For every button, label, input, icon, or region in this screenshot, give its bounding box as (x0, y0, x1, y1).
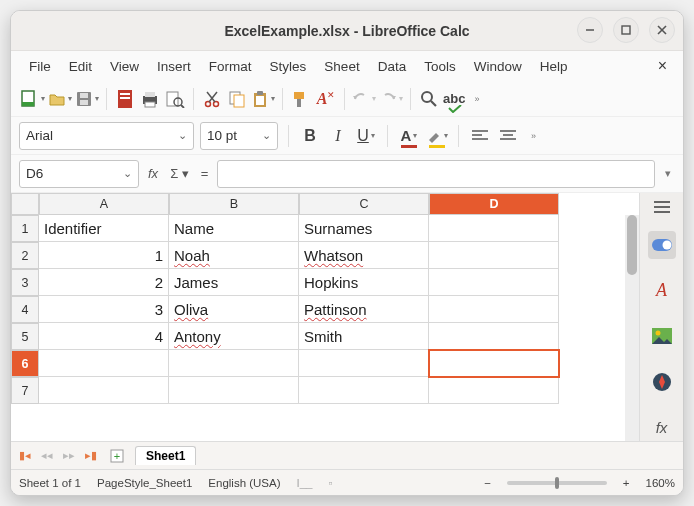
maximize-button[interactable] (613, 17, 639, 43)
select-all-corner[interactable] (11, 193, 39, 215)
close-document-icon[interactable]: × (652, 57, 673, 75)
menu-data[interactable]: Data (370, 55, 415, 78)
cell[interactable] (429, 215, 559, 242)
cell[interactable]: Pattinson (299, 296, 429, 323)
cell[interactable] (39, 377, 169, 404)
new-button[interactable] (19, 86, 45, 112)
open-button[interactable] (48, 86, 72, 112)
sheet-tab[interactable]: Sheet1 (135, 446, 196, 465)
function-wizard-icon[interactable]: fx (145, 166, 161, 181)
col-header-c[interactable]: C (299, 193, 429, 215)
menu-edit[interactable]: Edit (61, 55, 100, 78)
vertical-scrollbar[interactable] (625, 215, 639, 441)
bold-button[interactable]: B (299, 123, 321, 149)
underline-button[interactable]: U (355, 123, 377, 149)
cell[interactable] (299, 377, 429, 404)
pdf-export-button[interactable] (114, 86, 136, 112)
cell-grid[interactable]: A B C D 1 Identifier Name Surnames 2 1 N… (11, 193, 639, 404)
formula-icon[interactable]: = (198, 166, 212, 181)
styles-panel-icon[interactable]: A (648, 277, 676, 305)
zoom-out-icon[interactable]: − (484, 477, 491, 489)
menu-sheet[interactable]: Sheet (316, 55, 367, 78)
undo-button[interactable] (352, 86, 376, 112)
row-header[interactable]: 6 (11, 350, 39, 377)
zoom-slider[interactable] (507, 481, 607, 485)
row-header[interactable]: 2 (11, 242, 39, 269)
menu-window[interactable]: Window (466, 55, 530, 78)
cell[interactable] (169, 377, 299, 404)
add-sheet-icon[interactable]: + (105, 448, 129, 464)
save-button[interactable] (75, 86, 99, 112)
cell[interactable]: Surnames (299, 215, 429, 242)
cell[interactable]: Smith (299, 323, 429, 350)
menu-file[interactable]: File (21, 55, 59, 78)
font-color-button[interactable]: A (398, 123, 420, 149)
close-button[interactable] (649, 17, 675, 43)
highlight-color-button[interactable] (426, 123, 448, 149)
font-size-combo[interactable]: 10 pt⌄ (200, 122, 278, 150)
minimize-button[interactable] (577, 17, 603, 43)
cell[interactable]: Identifier (39, 215, 169, 242)
menu-format[interactable]: Format (201, 55, 260, 78)
formula-expand-icon[interactable]: ▾ (661, 167, 675, 180)
menu-insert[interactable]: Insert (149, 55, 199, 78)
font-name-combo[interactable]: Arial⌄ (19, 122, 194, 150)
cell-selected[interactable] (429, 350, 559, 377)
row-header[interactable]: 1 (11, 215, 39, 242)
paste-button[interactable] (251, 86, 275, 112)
status-selection-mode[interactable]: ▫ (329, 477, 333, 489)
row-header[interactable]: 3 (11, 269, 39, 296)
cell[interactable] (299, 350, 429, 377)
cell[interactable] (39, 350, 169, 377)
col-header-a[interactable]: A (39, 193, 169, 215)
navigator-panel-icon[interactable] (648, 368, 676, 396)
cell[interactable]: Antony (169, 323, 299, 350)
tab-prev-icon[interactable]: ◂◂ (39, 449, 55, 462)
zoom-in-icon[interactable]: + (623, 477, 630, 489)
copy-button[interactable] (226, 86, 248, 112)
cell[interactable]: 2 (39, 269, 169, 296)
formula-input[interactable] (217, 160, 655, 188)
cell[interactable]: Name (169, 215, 299, 242)
cell[interactable] (429, 242, 559, 269)
clone-formatting-button[interactable] (290, 86, 312, 112)
cell[interactable] (429, 377, 559, 404)
cell[interactable]: Hopkins (299, 269, 429, 296)
properties-panel-icon[interactable] (648, 231, 676, 259)
row-header[interactable]: 7 (11, 377, 39, 404)
align-left-button[interactable] (469, 123, 491, 149)
menu-tools[interactable]: Tools (416, 55, 464, 78)
menu-help[interactable]: Help (532, 55, 576, 78)
cell[interactable]: Whatson (299, 242, 429, 269)
gallery-panel-icon[interactable] (648, 322, 676, 350)
cell[interactable]: 4 (39, 323, 169, 350)
tab-last-icon[interactable]: ▸▮ (83, 449, 99, 462)
functions-panel-icon[interactable]: fx (648, 413, 676, 441)
cell[interactable] (169, 350, 299, 377)
cell[interactable]: 1 (39, 242, 169, 269)
tab-next-icon[interactable]: ▸▸ (61, 449, 77, 462)
cut-button[interactable] (201, 86, 223, 112)
cell[interactable] (429, 323, 559, 350)
col-header-d[interactable]: D (429, 193, 559, 215)
format-toolbar-overflow-icon[interactable]: » (525, 131, 542, 141)
find-button[interactable] (418, 86, 440, 112)
cell[interactable] (429, 269, 559, 296)
cell[interactable]: Noah (169, 242, 299, 269)
spellcheck-button[interactable]: abc (443, 86, 465, 112)
italic-button[interactable]: I (327, 123, 349, 149)
menu-view[interactable]: View (102, 55, 147, 78)
align-center-button[interactable] (497, 123, 519, 149)
menu-styles[interactable]: Styles (262, 55, 315, 78)
status-page-style[interactable]: PageStyle_Sheet1 (97, 477, 192, 489)
status-language[interactable]: English (USA) (208, 477, 280, 489)
tab-first-icon[interactable]: ▮◂ (17, 449, 33, 462)
toolbar-overflow-icon[interactable]: » (468, 94, 485, 104)
print-preview-button[interactable] (164, 86, 186, 112)
print-button[interactable] (139, 86, 161, 112)
cell[interactable]: Oliva (169, 296, 299, 323)
cell[interactable]: 3 (39, 296, 169, 323)
clear-formatting-button[interactable]: A✕ (315, 86, 337, 112)
row-header[interactable]: 5 (11, 323, 39, 350)
zoom-value[interactable]: 160% (646, 477, 675, 489)
